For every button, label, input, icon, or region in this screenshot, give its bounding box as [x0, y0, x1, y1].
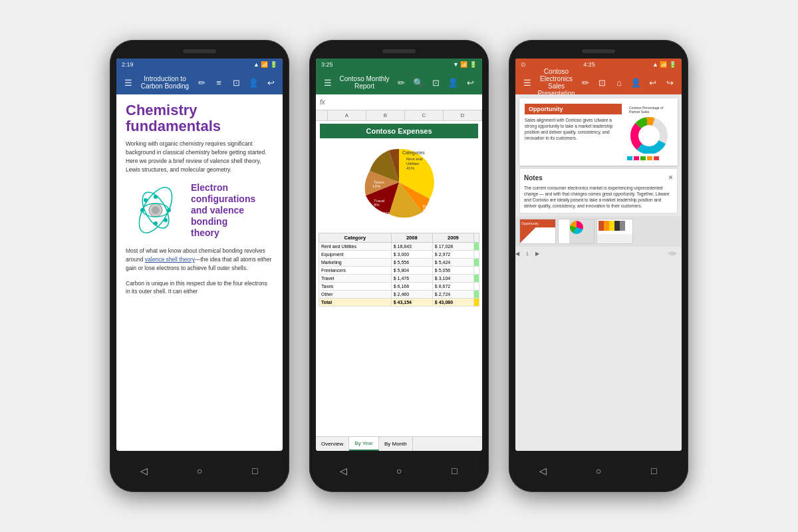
excel-phone: 3:25 ▼ 📶 🔋 ☰ Contoso Monthly Report ✏ 🔍 … [309, 40, 489, 492]
word-nav-bar: ◁ ○ □ [116, 455, 283, 483]
svg-point-7 [154, 195, 158, 199]
svg-rect-12 [400, 157, 404, 160]
slide-chart-col: Contoso Percentage of Partner Sales [626, 104, 672, 160]
atom-diagram [126, 180, 186, 240]
word-save-icon[interactable]: ⊡ [229, 78, 243, 88]
ppt-edit-icon[interactable]: ✏ [579, 78, 592, 88]
word-intro-text: Working with organic chemistry requires … [126, 140, 273, 174]
excel-signal-icons: ▼ 📶 🔋 [453, 61, 477, 68]
ppt-next-btn[interactable]: ▶ [535, 251, 539, 257]
word-home-btn[interactable]: ○ [186, 462, 213, 480]
word-time: 2:19 [122, 61, 134, 68]
slide-thumb-3[interactable] [597, 219, 633, 244]
ppt-home-btn[interactable]: ○ [585, 462, 612, 480]
ppt-layout-icon[interactable]: ⌂ [612, 78, 625, 88]
svg-point-10 [164, 218, 168, 222]
word-format-icon[interactable]: ≡ [212, 78, 225, 88]
excel-undo-icon[interactable]: ↩ [464, 78, 477, 88]
slide-thumb-1[interactable]: Opportunity [519, 219, 556, 244]
donut-chart: Contoso Percentage of Partner Sales [626, 104, 672, 154]
excel-cell: $ 2,460 [391, 291, 432, 299]
ppt-save-icon[interactable]: ⊡ [596, 78, 608, 88]
ppt-menu-icon[interactable]: ☰ [521, 78, 533, 88]
excel-tab-overview[interactable]: Overview [316, 437, 349, 451]
slide-text-col: Opportunity Sales alignment with Contoso… [525, 104, 622, 160]
excel-spreadsheet-title: Contoso Expenses [320, 124, 478, 138]
word-undo-icon[interactable]: ↩ [264, 78, 277, 88]
excel-tabs: Overview By Year By Month [316, 436, 482, 451]
word-back-btn[interactable]: ◁ [131, 462, 158, 480]
slide-area: Opportunity Sales alignment with Contoso… [519, 98, 678, 166]
excel-cell: $ 5,804 [391, 267, 432, 275]
excel-recent-btn[interactable]: □ [441, 462, 467, 480]
notes-close-icon[interactable]: × [668, 173, 673, 182]
excel-cell: Freelancers [319, 267, 392, 275]
ppt-recent-btn[interactable]: □ [640, 462, 667, 480]
excel-cell: $ 3,000 [391, 251, 432, 259]
svg-text:13%: 13% [372, 184, 381, 188]
slide-thumb-2[interactable] [558, 219, 595, 244]
col-header-2009: 2009 [432, 233, 473, 243]
word-link[interactable]: valence shell theory [145, 256, 195, 263]
ppt-signal-icons: ▲ 📶 🔋 [652, 61, 676, 68]
excel-cell: $ 5,056 [432, 267, 473, 275]
ppt-nav-bar: ◁ ○ □ [515, 455, 682, 483]
svg-point-6 [140, 208, 144, 212]
notes-title: Notes [524, 174, 543, 182]
word-phone: 2:19 ▲ 📶 🔋 ☰ Introduction to Carbon Bond… [110, 40, 289, 492]
excel-back-btn[interactable]: ◁ [331, 462, 357, 480]
ppt-screen: ⊙ 4:25 ▲ 📶 🔋 ☰ Contoso Electronics Sales… [515, 59, 682, 451]
excel-share-icon[interactable]: 👤 [446, 78, 460, 88]
svg-text:13%: 13% [399, 223, 408, 227]
word-doc-title: Introduction to Carbon Bonding [139, 75, 191, 90]
excel-cell: Taxes [319, 283, 392, 291]
word-share-icon[interactable]: 👤 [247, 78, 260, 88]
pie-chart: Categories Rent and Utilities 41% Taxes … [346, 142, 452, 229]
slide-opportunity: Opportunity Sales alignment with Contoso… [525, 104, 672, 160]
word-menu-icon[interactable]: ☰ [122, 78, 135, 88]
excel-cell: $ 8,672 [432, 283, 473, 291]
excel-menu-icon[interactable]: ☰ [321, 78, 334, 88]
ppt-undo-icon[interactable]: ↩ [646, 78, 659, 88]
ppt-back-btn[interactable]: ◁ [530, 462, 557, 480]
svg-text:5%: 5% [423, 208, 429, 212]
ppt-redo-icon[interactable]: ↪ [664, 78, 676, 88]
word-edit-icon[interactable]: ✏ [195, 78, 208, 88]
excel-tab-bymonth[interactable]: By Month [379, 437, 413, 451]
excel-edit-icon[interactable]: ✏ [394, 78, 408, 88]
ppt-content: Opportunity Sales alignment with Contoso… [515, 94, 682, 451]
excel-nav-bar: ◁ ○ □ [316, 455, 482, 483]
slide-opp-body: Sales alignment with Contoso gives Litwa… [525, 117, 622, 141]
word-body3: Carbon is unique in this respect due to … [126, 279, 273, 297]
svg-text:Categories: Categories [402, 150, 425, 156]
excel-search-icon[interactable]: 🔍 [412, 78, 425, 88]
word-title: Chemistry fundamentals [126, 102, 273, 134]
excel-toolbar: ☰ Contoso Monthly Report ✏ 🔍 ⊡ 👤 ↩ [316, 70, 482, 94]
excel-grid-header: A B C D [316, 110, 482, 121]
svg-point-8 [154, 221, 158, 225]
phone-speaker-ppt [582, 49, 615, 53]
svg-text:9%: 9% [374, 203, 380, 207]
slide-opp-title: Opportunity [525, 104, 622, 114]
excel-content: Contoso Expenses [316, 121, 482, 436]
col-header-extra [474, 233, 479, 243]
word-status-bar: 2:19 ▲ 📶 🔋 [116, 59, 283, 70]
excel-cell: Travel [319, 275, 392, 283]
word-recent-btn[interactable]: □ [241, 462, 268, 480]
col-header-2008: 2008 [391, 233, 432, 243]
col-C: C [405, 110, 444, 120]
excel-screen: 3:25 ▼ 📶 🔋 ☰ Contoso Monthly Report ✏ 🔍 … [316, 59, 482, 451]
excel-home-btn[interactable]: ○ [386, 462, 412, 480]
fx-label: fx [320, 98, 325, 106]
notes-panel: Notes × The current consumer electronics… [519, 168, 678, 213]
ppt-prev-btn[interactable]: ◀ [515, 251, 519, 257]
excel-tab-byyear[interactable]: By Year [349, 437, 379, 451]
excel-save-icon[interactable]: ⊡ [429, 78, 442, 88]
excel-doc-title: Contoso Monthly Report [338, 75, 390, 90]
phone-speaker-excel [382, 49, 416, 53]
word-content: Chemistry fundamentals Working with orga… [116, 94, 283, 451]
notes-body: The current consumer electronics market … [524, 185, 673, 209]
ppt-share-icon[interactable]: 👤 [630, 78, 642, 88]
excel-status-bar: 3:25 ▼ 📶 🔋 [316, 59, 482, 70]
svg-text:Partner Sales: Partner Sales [629, 110, 650, 114]
